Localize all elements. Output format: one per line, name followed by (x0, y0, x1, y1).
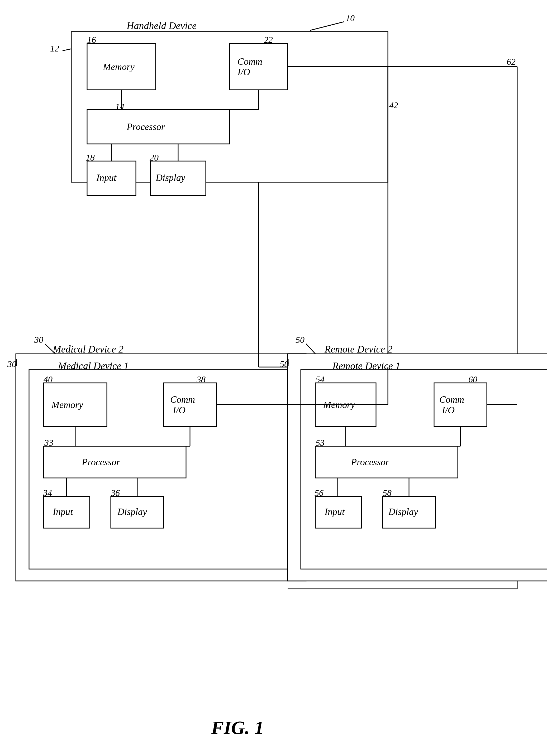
handheld-memory-label: Memory (103, 62, 135, 72)
ref-30-left: 30 (7, 359, 16, 369)
ref-30-outer-label: 30 (34, 335, 43, 345)
ref-56: 56 (314, 488, 323, 498)
remote-display-label: Display (388, 506, 418, 517)
fig-label: FIG. 1 (211, 717, 264, 738)
ref-54: 54 (315, 374, 324, 384)
ref-10-line (310, 22, 344, 30)
ref-40: 40 (44, 374, 53, 384)
ref-38: 38 (196, 374, 206, 384)
medical-display-label: Display (117, 506, 147, 517)
medical-processor-label: Processor (82, 457, 120, 467)
ref-10: 10 (346, 13, 355, 23)
medical-comm-label2: I/O (173, 405, 186, 415)
remote-comm-label1: Comm (439, 394, 464, 405)
medical-inner-title: Medical Device 1 (58, 360, 129, 371)
handheld-processor-label: Processor (126, 121, 165, 132)
ref-36: 36 (111, 488, 120, 498)
ref-53: 53 (315, 438, 324, 448)
ref-16: 16 (87, 35, 96, 45)
ref-33: 33 (44, 438, 53, 448)
handheld-comm-label2: I/O (237, 67, 250, 77)
ref-50-outer-label: 50 (295, 335, 304, 345)
ref-12-line (63, 49, 71, 51)
ref-58: 58 (383, 488, 391, 498)
medical-outer-title: Medical Device 2 (53, 344, 124, 355)
remote-input-label: Input (324, 506, 345, 517)
remote-inner-title: Remote Device 1 (332, 360, 400, 371)
remote-outer-title: Remote Device 2 (324, 344, 392, 355)
ref-50-outer-line (306, 344, 315, 354)
ref-42: 42 (389, 100, 398, 110)
handheld-display-label: Display (156, 172, 185, 183)
ref-22: 22 (264, 35, 273, 45)
ref-50-left: 50 (280, 359, 289, 369)
ref-18: 18 (86, 153, 95, 162)
medical-input-label: Input (53, 506, 73, 517)
diagram-container: text { font-family: 'Times New Roman', T… (0, 0, 547, 756)
ref-14: 14 (115, 102, 124, 111)
ref-60: 60 (468, 374, 477, 384)
ref-20: 20 (150, 153, 159, 162)
remote-comm-label2: I/O (442, 405, 455, 415)
handheld-comm-label1: Comm (238, 56, 262, 67)
remote-processor-label: Processor (351, 457, 389, 467)
handheld-input-label: Input (96, 172, 117, 183)
ref-12: 12 (50, 44, 59, 53)
ref-62: 62 (507, 57, 516, 67)
handheld-title: Handheld Device (126, 20, 197, 31)
ref-34: 34 (43, 488, 52, 498)
medical-memory-label: Memory (51, 400, 83, 410)
medical-comm-label1: Comm (170, 394, 195, 405)
